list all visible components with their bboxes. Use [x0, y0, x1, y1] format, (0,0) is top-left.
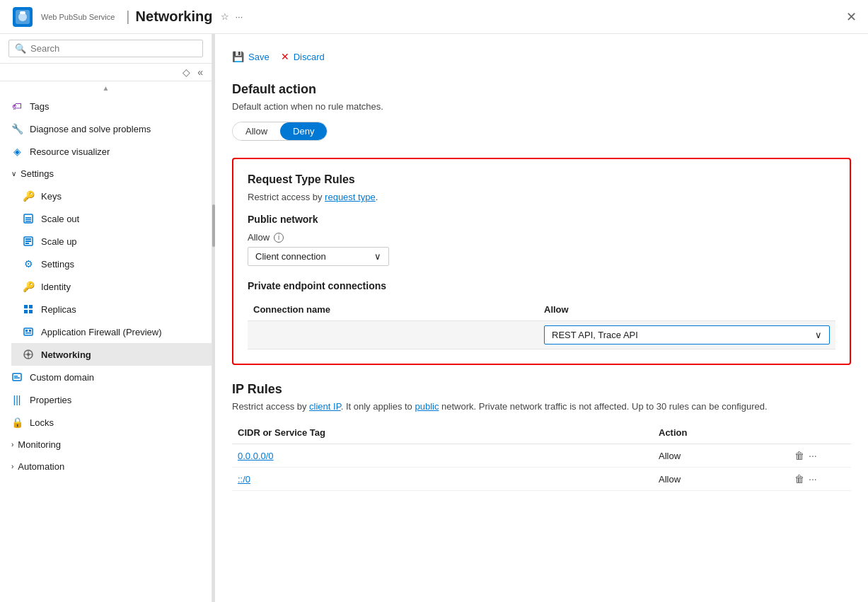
private-endpoint-table-row: REST API, Trace API ∨ [248, 321, 835, 349]
request-type-rules-desc: Restrict access by request type. [248, 192, 835, 202]
svg-rect-24 [13, 374, 21, 381]
sidebar-item-tags[interactable]: 🏷 Tags [0, 95, 212, 117]
sidebar-section-monitoring[interactable]: › Monitoring [0, 434, 212, 456]
sidebar-section-settings-label: Settings [21, 168, 54, 179]
allow-text: Allow [248, 232, 270, 243]
sidebar-item-custom-domain[interactable]: Custom domain [0, 366, 212, 388]
sidebar-item-resource-visualizer[interactable]: ◈ Resource visualizer [0, 140, 212, 163]
save-icon: 💾 [232, 51, 244, 62]
scale-out-icon [23, 213, 34, 224]
svg-rect-18 [29, 330, 31, 332]
more-icon-2[interactable]: ··· [809, 473, 817, 485]
save-button[interactable]: 💾 Save [232, 48, 270, 65]
allow-toggle-btn[interactable]: Allow [233, 122, 280, 140]
collapse-icon[interactable]: « [197, 66, 203, 78]
sidebar-item-scale-out[interactable]: Scale out [11, 207, 212, 230]
default-action-desc: Default action when no rule matches. [232, 101, 851, 112]
allow-cell: REST API, Trace API ∨ [538, 325, 835, 345]
sidebar-item-networking[interactable]: Networking [11, 343, 212, 366]
settings-chevron-icon: ∨ [11, 170, 16, 178]
private-endpoint-table-header: Connection name Allow [248, 299, 835, 321]
close-button[interactable]: ✕ [846, 9, 857, 25]
star-icon[interactable]: ☆ [221, 11, 229, 22]
sidebar-item-scale-up-label: Scale up [41, 236, 77, 247]
sidebar-section-automation-label: Automation [18, 461, 64, 472]
private-endpoint-title: Private endpoint connections [248, 280, 835, 291]
identity-icon: 🔑 [23, 281, 34, 292]
sidebar: 🔍 ◇ « ▲ 🏷 Tags 🔧 Diagnose and solve prob… [0, 34, 212, 602]
networking-icon [23, 349, 34, 360]
locks-icon: 🔒 [11, 417, 23, 428]
client-ip-link[interactable]: client IP [309, 401, 341, 412]
discard-button[interactable]: ✕ Discard [281, 48, 325, 65]
public-network-dropdown[interactable]: Client connection ∨ [248, 247, 389, 266]
rules-desc-text: Restrict access by [248, 192, 325, 202]
ip-rules-title: IP Rules [232, 382, 851, 397]
private-endpoint-dropdown-value: REST API, Trace API [552, 330, 638, 340]
svg-rect-13 [29, 305, 33, 308]
ip-cidr-cell-2: ::/0 [232, 474, 653, 485]
svg-rect-17 [25, 330, 28, 332]
page-title: Networking [136, 8, 213, 25]
resource-visualizer-icon: ◈ [11, 146, 23, 157]
svg-rect-15 [29, 310, 33, 313]
public-network-dropdown-value: Client connection [255, 251, 326, 262]
ip-cidr-cell-1: 0.0.0.0/0 [232, 451, 653, 461]
tags-icon: 🏷 [11, 100, 23, 112]
page-title-divider: | [126, 8, 129, 25]
more-icon-1[interactable]: ··· [809, 450, 817, 461]
sidebar-item-custom-domain-label: Custom domain [30, 372, 94, 383]
custom-domain-icon [11, 371, 23, 383]
deny-toggle-btn[interactable]: Deny [280, 122, 327, 140]
sidebar-item-identity[interactable]: 🔑 Identity [11, 275, 212, 298]
replicas-icon [23, 303, 34, 315]
sidebar-item-properties[interactable]: ||| Properties [0, 388, 212, 411]
ip-cidr-link-2[interactable]: ::/0 [238, 474, 250, 485]
svg-rect-3 [20, 11, 25, 14]
ip-action-cell-2: Allow [653, 474, 794, 485]
ip-rules-desc-2: . It only applies to [341, 401, 415, 412]
allow-info-icon[interactable]: i [274, 233, 284, 243]
delete-icon-2[interactable]: 🗑 [794, 473, 804, 485]
ip-rules-desc-1: Restrict access by [232, 401, 309, 412]
sidebar-item-diagnose[interactable]: 🔧 Diagnose and solve problems [0, 117, 212, 140]
request-type-link[interactable]: request type [325, 192, 376, 202]
col-cidr-header: CIDR or Service Tag [232, 427, 653, 438]
main-content: 💾 Save ✕ Discard Default action Default … [215, 34, 868, 602]
sidebar-item-locks[interactable]: 🔒 Locks [0, 411, 212, 434]
sidebar-section-settings[interactable]: ∨ Settings [0, 163, 212, 185]
sidebar-item-networking-label: Networking [41, 349, 91, 360]
more-icon[interactable]: ··· [235, 11, 243, 22]
ip-row-actions-1: 🗑 ··· [794, 450, 851, 461]
request-type-rules-title: Request Type Rules [248, 173, 835, 186]
private-endpoint-section: Private endpoint connections Connection … [248, 280, 835, 349]
search-input-wrap[interactable]: 🔍 [8, 40, 203, 57]
properties-icon: ||| [11, 394, 23, 405]
ip-row-actions-2: 🗑 ··· [794, 473, 851, 485]
filter-icon[interactable]: ◇ [183, 66, 190, 78]
svg-rect-19 [25, 332, 31, 334]
ip-table-row: 0.0.0.0/0 Allow 🗑 ··· [232, 444, 851, 468]
sidebar-item-app-firewall[interactable]: Application Firewall (Preview) [11, 320, 212, 343]
sidebar-item-settings[interactable]: ⚙ Settings [11, 253, 212, 275]
app-firewall-icon [23, 326, 34, 337]
sidebar-search-container: 🔍 [0, 34, 212, 64]
save-label: Save [248, 52, 270, 62]
delete-icon-1[interactable]: 🗑 [794, 450, 804, 461]
sidebar-section-automation[interactable]: › Automation [0, 456, 212, 477]
svg-rect-5 [25, 217, 31, 219]
allow-label-container: Allow i [248, 232, 835, 243]
sidebar-item-replicas[interactable]: Replicas [11, 298, 212, 320]
monitoring-chevron-icon: › [11, 441, 13, 448]
ip-cidr-link-1[interactable]: 0.0.0.0/0 [238, 451, 274, 461]
svg-rect-6 [25, 219, 31, 221]
search-input[interactable] [30, 43, 197, 54]
public-link[interactable]: public [415, 401, 439, 412]
private-endpoint-dropdown[interactable]: REST API, Trace API ∨ [544, 325, 830, 345]
rules-desc-period: . [376, 192, 378, 202]
service-label: Web PubSub Service [41, 13, 115, 21]
sidebar-item-scale-up[interactable]: Scale up [11, 230, 212, 253]
sidebar-item-keys[interactable]: 🔑 Keys [11, 185, 212, 207]
sidebar-nav: ▲ 🏷 Tags 🔧 Diagnose and solve problems ◈… [0, 81, 212, 602]
ip-rules-desc-3: network. Private network traffic is not … [439, 401, 767, 412]
